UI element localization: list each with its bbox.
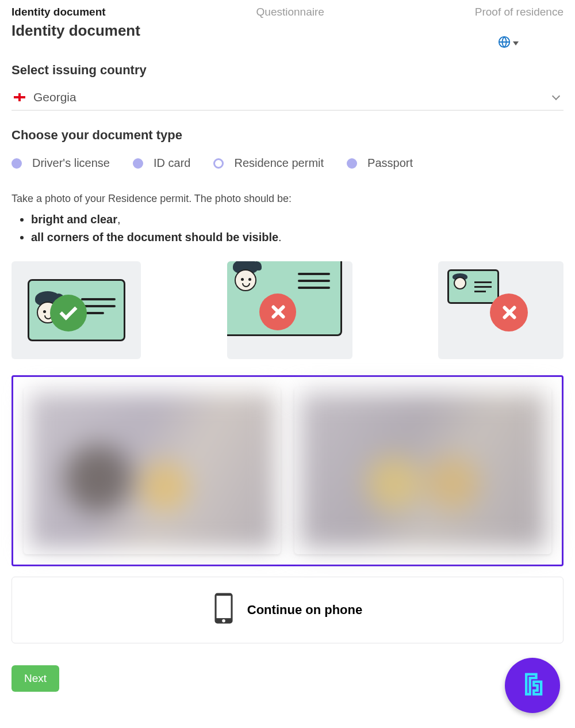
example-bad-cropped bbox=[227, 261, 352, 359]
photo-requirements: bright and clear, all corners of the doc… bbox=[31, 213, 564, 244]
radio-passport[interactable]: Passport bbox=[347, 157, 413, 170]
radio-dot-icon bbox=[12, 158, 22, 169]
issuing-country-value: Georgia bbox=[33, 90, 76, 104]
photo-instructions: Take a photo of your Residence permit. T… bbox=[12, 193, 564, 205]
page-title: Identity document bbox=[12, 22, 564, 40]
radio-selected-icon bbox=[213, 158, 224, 169]
document-preview-front[interactable] bbox=[24, 387, 281, 554]
cross-icon bbox=[490, 294, 528, 331]
language-selector[interactable] bbox=[498, 36, 519, 51]
next-button[interactable]: Next bbox=[12, 665, 59, 692]
radio-label: ID card bbox=[154, 157, 190, 170]
chevron-down-icon bbox=[552, 93, 560, 101]
doc-type-label: Choose your document type bbox=[12, 128, 564, 143]
cross-icon bbox=[259, 294, 296, 330]
uploaded-documents bbox=[12, 375, 564, 566]
example-bad-small bbox=[438, 261, 564, 359]
smartphone-icon bbox=[213, 592, 235, 628]
example-good bbox=[12, 261, 141, 359]
continue-on-phone-label: Continue on phone bbox=[247, 603, 362, 618]
help-logo-icon bbox=[518, 669, 547, 702]
radio-label: Residence permit bbox=[234, 157, 324, 170]
globe-icon bbox=[498, 36, 511, 51]
issuing-country-select[interactable]: Georgia bbox=[12, 82, 564, 110]
stepper: Identity document Questionnaire Proof of… bbox=[12, 0, 564, 18]
doc-type-radios: Driver's license ID card Residence permi… bbox=[12, 157, 564, 170]
radio-id-card[interactable]: ID card bbox=[133, 157, 190, 170]
caret-down-icon bbox=[513, 41, 519, 45]
requirement-item: bright and clear, bbox=[31, 213, 564, 226]
step-proof-of-residence[interactable]: Proof of residence bbox=[475, 6, 564, 18]
step-questionnaire[interactable]: Questionnaire bbox=[256, 6, 324, 18]
photo-examples bbox=[12, 261, 564, 359]
check-icon bbox=[50, 295, 87, 331]
svg-rect-2 bbox=[216, 596, 231, 618]
svg-point-3 bbox=[222, 619, 225, 623]
radio-dot-icon bbox=[133, 158, 143, 169]
continue-on-phone-button[interactable]: Continue on phone bbox=[12, 577, 564, 643]
document-preview-back[interactable] bbox=[294, 387, 551, 554]
radio-label: Passport bbox=[367, 157, 413, 170]
flag-georgia-icon bbox=[14, 93, 25, 101]
step-identity-document[interactable]: Identity document bbox=[12, 6, 106, 18]
requirement-item: all corners of the document should be vi… bbox=[31, 231, 564, 244]
radio-dot-icon bbox=[347, 158, 357, 169]
radio-residence-permit[interactable]: Residence permit bbox=[213, 157, 324, 170]
radio-drivers-license[interactable]: Driver's license bbox=[12, 157, 110, 170]
issuing-country-label: Select issuing country bbox=[12, 63, 564, 78]
radio-label: Driver's license bbox=[32, 157, 110, 170]
